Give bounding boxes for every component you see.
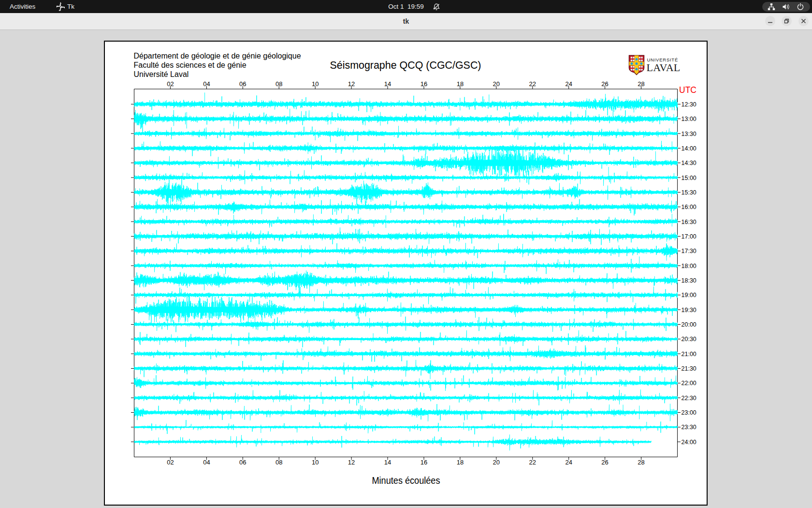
svg-text:21:30: 21:30 (682, 365, 696, 372)
svg-text:10: 10 (312, 459, 319, 466)
svg-text:26: 26 (601, 459, 608, 466)
svg-text:23:30: 23:30 (682, 424, 696, 431)
svg-text:04: 04 (203, 80, 210, 88)
svg-text:10: 10 (312, 80, 319, 88)
svg-text:04: 04 (203, 459, 210, 466)
svg-text:28: 28 (638, 459, 644, 466)
svg-text:02: 02 (167, 459, 174, 466)
svg-text:17:30: 17:30 (682, 248, 696, 254)
svg-text:17:00: 17:00 (682, 233, 696, 240)
svg-text:26: 26 (601, 80, 608, 88)
svg-text:14: 14 (384, 80, 391, 88)
svg-text:20: 20 (493, 80, 500, 88)
svg-text:Département de géologie et de: Département de géologie et de génie géol… (134, 52, 301, 60)
svg-text:06: 06 (239, 459, 246, 466)
svg-text:24:00: 24:00 (682, 439, 696, 446)
svg-text:24: 24 (565, 459, 572, 466)
svg-text:20: 20 (493, 459, 500, 466)
svg-text:22:30: 22:30 (682, 395, 696, 402)
svg-text:Minutes écoulées: Minutes écoulées (372, 475, 440, 486)
svg-text:13:30: 13:30 (682, 131, 696, 137)
svg-text:06: 06 (239, 80, 246, 88)
svg-text:12: 12 (348, 459, 355, 466)
svg-text:16:00: 16:00 (682, 204, 696, 210)
svg-text:19:30: 19:30 (682, 307, 696, 314)
svg-text:02: 02 (167, 80, 174, 88)
svg-text:15:00: 15:00 (682, 175, 696, 181)
svg-text:14: 14 (384, 459, 391, 466)
svg-text:22: 22 (529, 459, 536, 466)
svg-text:16: 16 (420, 80, 427, 88)
svg-text:08: 08 (276, 459, 282, 466)
svg-text:14:30: 14:30 (682, 160, 696, 166)
svg-text:24: 24 (565, 80, 572, 88)
svg-text:LAVAL: LAVAL (647, 61, 681, 74)
svg-text:21:00: 21:00 (682, 351, 696, 358)
svg-text:28: 28 (638, 80, 644, 88)
svg-text:19:00: 19:00 (682, 292, 696, 299)
svg-text:20:00: 20:00 (682, 321, 696, 328)
svg-text:18:00: 18:00 (682, 263, 696, 269)
svg-text:Faculté des sciences et de gén: Faculté des sciences et de génie (134, 61, 246, 69)
svg-text:Université Laval: Université Laval (134, 70, 189, 78)
svg-text:22:00: 22:00 (682, 380, 696, 387)
svg-text:08: 08 (276, 80, 282, 88)
svg-text:18: 18 (457, 80, 464, 88)
svg-text:13:00: 13:00 (682, 116, 696, 122)
svg-text:18: 18 (457, 459, 464, 466)
svg-text:Séismographe QCQ (CGC/GSC): Séismographe QCQ (CGC/GSC) (330, 59, 481, 71)
svg-text:18:30: 18:30 (682, 277, 696, 284)
svg-text:20:30: 20:30 (682, 336, 696, 343)
svg-text:12: 12 (348, 80, 355, 88)
svg-text:14:00: 14:00 (682, 145, 696, 152)
svg-text:UTC: UTC (679, 85, 696, 95)
svg-text:16:30: 16:30 (682, 219, 696, 225)
svg-text:23:00: 23:00 (682, 409, 696, 416)
svg-text:15:30: 15:30 (682, 189, 696, 196)
svg-text:12:30: 12:30 (682, 101, 696, 108)
svg-text:16: 16 (420, 459, 427, 466)
svg-text:22: 22 (529, 80, 536, 88)
